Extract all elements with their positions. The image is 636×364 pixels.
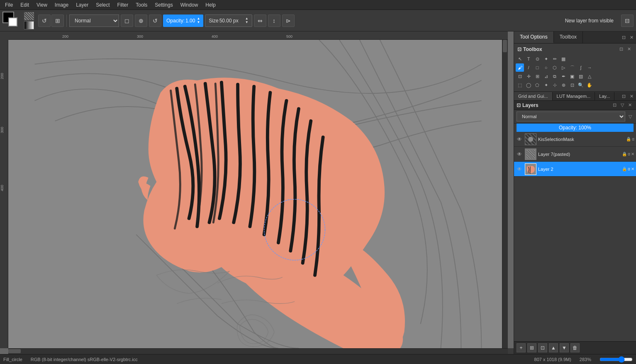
panel-toggle-btn[interactable]: ⊟ [621, 15, 634, 27]
tool-brush[interactable]: 🖌 [516, 63, 524, 72]
bottom-tab-close[interactable]: ✕ [628, 93, 635, 99]
hscroll-thumb[interactable] [8, 349, 21, 353]
tool-select-arrow[interactable]: ↖ [516, 55, 524, 63]
layers-footer: + ⊞ ⊡ ▲ ▼ 🗑 [514, 341, 636, 354]
tool-rect[interactable]: □ [533, 63, 541, 72]
tool-zoom[interactable]: 🔍 [577, 81, 585, 89]
tool-polygon-sel[interactable]: ⬠ [533, 81, 541, 89]
layers-detach-btn[interactable]: ⊡ [611, 102, 618, 108]
erase-btn[interactable]: ◻ [121, 15, 133, 27]
tab-tool-options[interactable]: Tool Options [514, 32, 554, 43]
menu-settings[interactable]: Settings [151, 1, 176, 9]
layer-item-2[interactable]: 👁 Layer 2 🔒 α ✕ [514, 162, 636, 177]
tool-move[interactable]: ✛ [524, 72, 533, 80]
tool-heal[interactable]: ✦ [542, 55, 550, 63]
tool-poly-select[interactable]: ▷ [559, 63, 568, 72]
tab-layers-mini[interactable]: Lay... [595, 92, 614, 100]
duplicate-layer-btn[interactable]: ⊡ [538, 343, 547, 352]
opacity-spinners[interactable]: ▲ ▼ [197, 17, 200, 24]
tool-text[interactable]: T [524, 55, 533, 63]
layer-vis-7[interactable]: 👁 [516, 150, 523, 158]
tool-curve[interactable]: ⌒ [568, 63, 576, 72]
tab-lut-management[interactable]: LUT Managem... [553, 92, 595, 100]
gradient-swatch[interactable] [24, 21, 34, 29]
tool-rect-sel[interactable]: ⬚ [516, 81, 524, 89]
layer-mode-options[interactable]: ▽ [627, 114, 634, 120]
toolbox-detach-btn[interactable]: ⊡ [618, 46, 625, 52]
pattern-swatch[interactable] [24, 12, 34, 20]
tab-grid-guides[interactable]: Grid and Gui... [514, 92, 553, 100]
zoom-slider[interactable] [599, 356, 633, 363]
menu-tools[interactable]: Tools [132, 1, 151, 9]
refresh-btn[interactable]: ↺ [149, 15, 161, 27]
menu-layer[interactable]: Layer [73, 1, 92, 9]
tool-ellipse[interactable]: ○ [542, 63, 550, 72]
size-value[interactable]: 50.00 px [219, 18, 244, 24]
menu-file[interactable]: File [2, 1, 16, 9]
layers-options-btn[interactable]: ▽ [619, 102, 626, 108]
panel-detach-btn[interactable]: ⊡ [620, 34, 627, 41]
opacity-bar[interactable]: Opacity: 100% [517, 124, 634, 132]
tool-arrow-draw[interactable]: → [585, 63, 594, 72]
toolbox-close-btn[interactable]: ✕ [626, 46, 633, 52]
vscroll-thumb[interactable] [503, 40, 507, 52]
tool-transform[interactable]: ⊞ [533, 72, 541, 80]
size-spinners[interactable]: ▲ ▼ [245, 17, 249, 24]
layer-item-7[interactable]: 👁 Layer 7(pasted) 🔒 α ✕ [514, 147, 636, 162]
layer-item-selection-mask[interactable]: 👁 KisSelectionMask 🔒 α [514, 132, 636, 147]
tool-magnetic-sel[interactable]: ⊡ [568, 81, 576, 89]
tool-pencil[interactable]: ✏ [551, 55, 559, 63]
vscroll[interactable] [502, 40, 508, 348]
tool-freehand-sel[interactable]: ✦ [542, 81, 550, 89]
menu-filter[interactable]: Filter [114, 1, 132, 9]
opacity-value[interactable]: 1.00 [185, 18, 195, 24]
alpha-lock-btn[interactable]: ⊕ [135, 15, 147, 27]
tool-hatch[interactable]: ▦ [559, 55, 568, 63]
tool-gradient[interactable]: ▣ [568, 72, 576, 80]
tool-line[interactable]: / [524, 63, 533, 72]
blend-mode-select[interactable]: Normal [69, 15, 119, 27]
tool-polygon[interactable]: ⬡ [551, 63, 559, 72]
menu-window[interactable]: Window [177, 1, 202, 9]
delete-layer-btn[interactable]: 🗑 [570, 343, 580, 352]
flip-h-btn[interactable]: ⇔ [254, 15, 266, 27]
flip-v-btn[interactable]: ↕ [268, 15, 280, 27]
hscroll[interactable] [8, 348, 508, 354]
new-layer-visible-btn[interactable]: New layer from visible [561, 16, 618, 25]
color-pair[interactable] [2, 12, 21, 30]
layer-vis-2[interactable]: 👁 [516, 165, 523, 173]
menu-help[interactable]: Help [202, 1, 219, 9]
tool-meas[interactable]: △ [585, 72, 594, 80]
bottom-tab-detach[interactable]: ⊡ [620, 93, 627, 99]
tool-similar-sel[interactable]: ⊛ [559, 81, 568, 89]
reset-btn[interactable]: ↺ [38, 15, 51, 27]
tool-pen[interactable]: ✒ [559, 72, 568, 80]
tool-ellipse-sel[interactable]: ◯ [524, 81, 533, 89]
canvas-area[interactable]: 200 300 400 500 200 300 400 [0, 32, 514, 354]
layers-close-btn[interactable]: ✕ [626, 102, 634, 108]
layer-vis-selection-mask[interactable]: 👁 [516, 136, 523, 143]
tool-calligraphy[interactable]: ∫ [577, 63, 585, 72]
canvas-content[interactable] [8, 40, 508, 348]
menu-select[interactable]: Select [93, 1, 113, 9]
layer-blend-mode-select[interactable]: Normal [517, 112, 625, 121]
tool-contiguous-sel[interactable]: ⊹ [551, 81, 559, 89]
tool-warp[interactable]: ⊿ [542, 72, 550, 80]
grid-btn[interactable]: ⊞ [51, 15, 64, 27]
tool-crop[interactable]: ⊡ [516, 72, 524, 80]
move-layer-down-btn[interactable]: ▼ [560, 343, 569, 352]
move-layer-up-btn[interactable]: ▲ [549, 343, 558, 352]
tab-toolbox[interactable]: Toolbox [554, 32, 583, 43]
add-layer-btn[interactable]: + [517, 343, 526, 352]
menu-view[interactable]: View [33, 1, 51, 9]
tool-pan[interactable]: ✋ [585, 81, 594, 89]
mirror-btn[interactable]: ⊳ [282, 15, 295, 27]
add-group-btn[interactable]: ⊞ [527, 343, 536, 352]
tool-select-color[interactable]: ⧉ [551, 72, 559, 80]
tool-clone[interactable]: ⊙ [533, 55, 541, 63]
background-color[interactable] [8, 17, 17, 27]
panel-close-btn[interactable]: ✕ [628, 34, 635, 41]
tool-rect-sel2[interactable]: ▧ [577, 72, 585, 80]
menu-image[interactable]: Image [51, 1, 72, 9]
menu-edit[interactable]: Edit [17, 1, 32, 9]
